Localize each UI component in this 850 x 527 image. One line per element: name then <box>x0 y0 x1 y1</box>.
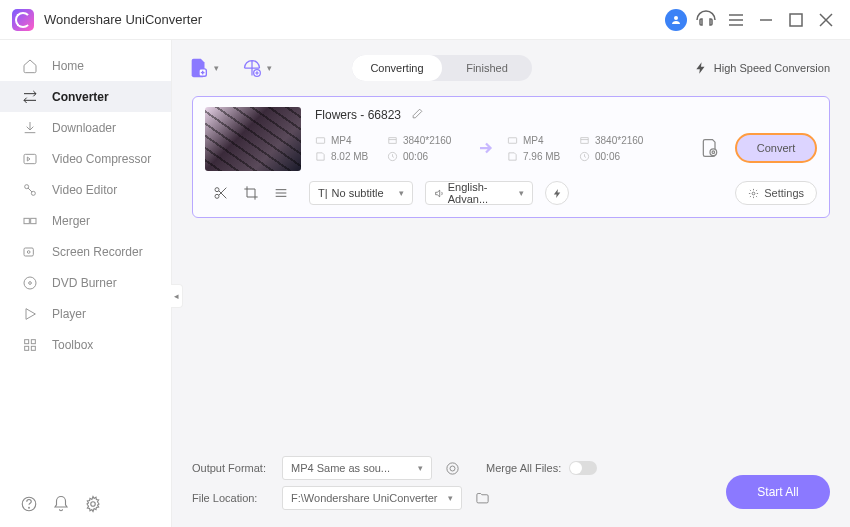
settings-icon[interactable] <box>84 495 102 513</box>
tab-finished[interactable]: Finished <box>442 55 532 81</box>
trim-icon[interactable] <box>213 185 229 201</box>
start-all-button[interactable]: Start All <box>726 475 830 509</box>
svg-rect-36 <box>508 137 516 143</box>
collapse-sidebar-button[interactable]: ◂ <box>171 284 183 308</box>
sidebar-item-recorder[interactable]: Screen Recorder <box>0 236 171 267</box>
svg-point-16 <box>24 277 36 289</box>
output-format-label: Output Format: <box>192 462 282 474</box>
format-settings-icon[interactable] <box>442 458 462 478</box>
svg-rect-21 <box>25 346 29 350</box>
minimize-icon[interactable] <box>754 8 778 32</box>
dst-dur: 00:06 <box>595 151 657 162</box>
sidebar-label: Downloader <box>52 121 116 135</box>
tab-converting[interactable]: Converting <box>352 55 442 81</box>
output-settings-icon[interactable] <box>699 137 721 159</box>
add-url-button[interactable] <box>239 55 265 81</box>
svg-rect-12 <box>24 218 29 223</box>
sidebar-item-merger[interactable]: Merger <box>0 205 171 236</box>
app-logo <box>12 9 34 31</box>
src-dur: 00:06 <box>403 151 465 162</box>
add-file-caret[interactable]: ▾ <box>214 63 219 73</box>
sidebar-label: Video Editor <box>52 183 117 197</box>
src-res: 3840*2160 <box>403 135 465 146</box>
support-icon[interactable] <box>694 8 718 32</box>
add-url-caret[interactable]: ▾ <box>267 63 272 73</box>
svg-point-0 <box>674 16 678 20</box>
converter-icon <box>22 89 38 105</box>
svg-point-50 <box>450 466 455 471</box>
home-icon <box>22 58 38 74</box>
sidebar-item-downloader[interactable]: Downloader <box>0 112 171 143</box>
file-card: Flowers - 66823 MP4 3840*2160 8.02 MB <box>192 96 830 218</box>
edit-name-icon[interactable] <box>411 107 424 123</box>
download-icon <box>22 120 38 136</box>
thumbnail[interactable] <box>205 107 301 171</box>
svg-point-17 <box>29 281 32 284</box>
maximize-icon[interactable] <box>784 8 808 32</box>
compressor-icon <box>22 151 38 167</box>
svg-point-15 <box>27 250 30 253</box>
sidebar-item-compressor[interactable]: Video Compressor <box>0 143 171 174</box>
svg-line-44 <box>219 191 226 198</box>
svg-point-40 <box>710 149 717 156</box>
src-size: 8.02 MB <box>331 151 371 162</box>
sidebar-label: Screen Recorder <box>52 245 143 259</box>
high-speed-toggle[interactable]: High Speed Conversion <box>694 61 830 75</box>
audio-select[interactable]: English-Advan...▾ <box>425 181 533 205</box>
svg-marker-18 <box>26 308 35 319</box>
svg-rect-14 <box>24 248 33 256</box>
sidebar-label: Merger <box>52 214 90 228</box>
svg-point-24 <box>29 507 30 508</box>
merger-icon <box>22 213 38 229</box>
dst-size: 7.96 MB <box>523 151 563 162</box>
file-location-select[interactable]: F:\Wondershare UniConverter▾ <box>282 486 462 510</box>
arrow-icon <box>465 139 507 157</box>
output-format-select[interactable]: MP4 Same as sou...▾ <box>282 456 432 480</box>
convert-button[interactable]: Convert <box>735 133 817 163</box>
svg-line-45 <box>219 188 226 195</box>
file-settings-button[interactable]: Settings <box>735 181 817 205</box>
src-format: MP4 <box>331 135 371 146</box>
sidebar-item-dvd[interactable]: DVD Burner <box>0 267 171 298</box>
svg-point-25 <box>91 502 96 507</box>
crop-icon[interactable] <box>243 185 259 201</box>
dvd-icon <box>22 275 38 291</box>
user-icon[interactable] <box>664 8 688 32</box>
notification-icon[interactable] <box>52 495 70 513</box>
add-file-button[interactable] <box>186 55 212 81</box>
sidebar-item-converter[interactable]: Converter <box>0 81 171 112</box>
help-icon[interactable] <box>20 495 38 513</box>
sidebar-label: Converter <box>52 90 109 104</box>
sidebar-label: Video Compressor <box>52 152 151 166</box>
svg-rect-32 <box>316 137 324 143</box>
svg-rect-22 <box>31 346 35 350</box>
sidebar-item-toolbox[interactable]: Toolbox <box>0 329 171 360</box>
svg-rect-33 <box>389 137 396 143</box>
svg-point-51 <box>446 462 457 473</box>
svg-line-11 <box>28 188 32 192</box>
svg-rect-37 <box>581 137 588 143</box>
svg-rect-20 <box>31 339 35 343</box>
toolbox-icon <box>22 337 38 353</box>
close-icon[interactable] <box>814 8 838 32</box>
speed-info-icon[interactable] <box>545 181 569 205</box>
editor-icon <box>22 182 38 198</box>
sidebar-label: DVD Burner <box>52 276 117 290</box>
file-name: Flowers - 66823 <box>315 108 401 122</box>
merge-toggle[interactable] <box>569 461 597 475</box>
merge-label: Merge All Files: <box>486 462 561 474</box>
sidebar-item-home[interactable]: Home <box>0 50 171 81</box>
dst-res: 3840*2160 <box>595 135 657 146</box>
sidebar-item-player[interactable]: Player <box>0 298 171 329</box>
file-location-label: File Location: <box>192 492 282 504</box>
menu-icon[interactable] <box>724 8 748 32</box>
effects-icon[interactable] <box>273 185 289 201</box>
sidebar-item-editor[interactable]: Video Editor <box>0 174 171 205</box>
app-title: Wondershare UniConverter <box>44 12 202 27</box>
open-folder-icon[interactable] <box>472 488 492 508</box>
subtitle-select[interactable]: T|No subtitle▾ <box>309 181 413 205</box>
svg-point-42 <box>215 188 219 192</box>
player-icon <box>22 306 38 322</box>
sidebar-label: Home <box>52 59 84 73</box>
sidebar-label: Toolbox <box>52 338 93 352</box>
